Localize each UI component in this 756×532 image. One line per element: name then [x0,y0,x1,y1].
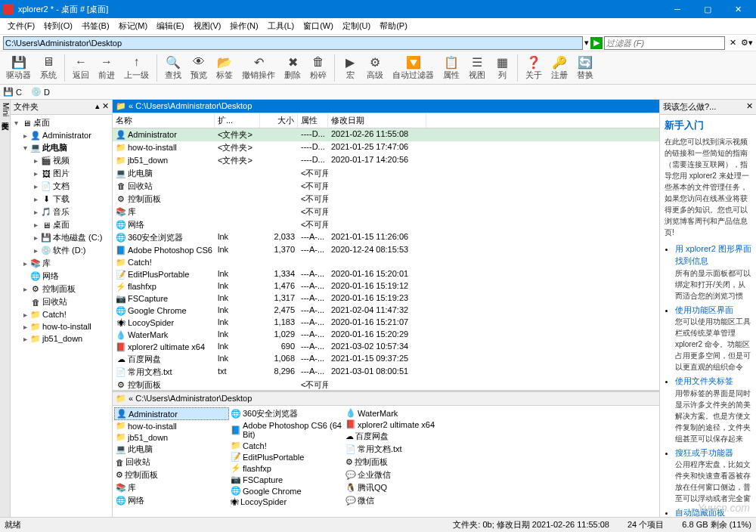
tree-node[interactable]: ▸⚙控制面板 [11,283,112,295]
side-tab[interactable]: Mini图文件夹 [0,100,11,517]
tree-node[interactable]: ▾💻此电脑 [11,141,112,154]
toolbar-button[interactable]: 🔍查找 [162,53,184,82]
grid-item[interactable]: ⚡flashfxp [229,462,344,474]
help-link[interactable]: 使用文件夹标签 [675,376,733,385]
toolbar-button[interactable]: ↶撤销操作 [239,53,278,82]
toolbar-button[interactable]: 📂标签 [213,53,236,82]
file-row[interactable]: 📕xplorer2 ultimate x64lnk690---A-...2021… [113,341,659,353]
toolbar-button[interactable]: 🔄替换 [574,53,596,82]
tree-node[interactable]: ▸⬇下载 [11,193,112,206]
file-row[interactable]: 📚库<不可用> [113,206,659,218]
menu-item[interactable]: 操作(N) [225,19,262,33]
go-button[interactable]: ▶ [590,37,603,49]
menu-item[interactable]: 工具(L) [263,19,299,33]
toolbar-button[interactable]: →前进 [95,53,118,82]
tree-close-icon[interactable]: ▴ ✕ [95,101,109,113]
grid-item[interactable]: 💬企业微信 [344,469,459,481]
expand-icon[interactable]: ▸ [32,246,39,255]
grid-item[interactable]: ⚙控制面板 [344,456,459,469]
maximize-button[interactable]: ▢ [692,0,723,18]
help-item[interactable]: 使用功能区界面您可以使用功能区工具栏或传统菜单管理 xplorer2 命令。功能… [675,304,751,373]
expand-icon[interactable]: ▾ [21,144,29,152]
toolbar-button[interactable]: 🔑注册 [548,53,571,82]
upper-pane-header[interactable]: 📁 « C:\Users\Administrator\Desktop [113,100,659,113]
expand-icon[interactable]: ▸ [21,335,29,343]
grid-item[interactable]: 💧WaterMark [344,407,459,419]
expand-icon[interactable]: ▸ [21,323,29,331]
close-button[interactable]: ✕ [723,0,753,18]
toolbar-button[interactable]: ❓关于 [522,53,545,82]
grid-item[interactable]: 📁jb51_down [114,431,229,443]
file-row[interactable]: 💧WaterMarklnk1,029---A-...2020-01-16 15:… [113,329,659,341]
tree-node[interactable]: ▸🎬视频 [11,154,112,167]
toolbar-button[interactable]: ⚙高级 [364,53,386,82]
grid-item[interactable]: ⚙控制面板 [114,469,229,481]
file-row[interactable]: ⚙控制面板<不可用> [113,193,659,206]
toolbar-button[interactable]: ▦列 [491,53,513,82]
expand-icon[interactable]: ▸ [32,208,39,216]
tree-node[interactable]: ▸📄文档 [11,180,112,193]
file-row[interactable]: 📁jb51_down<文件夹>----D...2020-01-17 14:20:… [113,154,659,167]
path-dropdown-icon[interactable]: ▾ [584,38,589,48]
menu-item[interactable]: 帮助(P) [375,19,412,33]
file-row[interactable]: 💻此电脑<不可用> [113,167,659,180]
grid-item[interactable]: 💻此电脑 [114,443,229,456]
expand-icon[interactable]: ▾ [12,119,20,127]
grid-item[interactable]: 🌐360安全浏览器 [229,407,344,420]
tree-node[interactable]: ▸📁jb51_down [11,332,112,345]
toolbar-button[interactable]: 🗑粉碎 [307,53,330,82]
file-row[interactable]: 🗑回收站<不可用> [113,180,659,193]
grid-item[interactable]: 🌐Google Chrome [229,485,344,496]
grid-item[interactable]: 📷FSCapture [229,474,344,485]
toolbar-button[interactable]: ←返回 [70,53,92,82]
grid-item[interactable]: 👤Administrator [114,407,229,420]
expand-icon[interactable]: ▸ [32,156,39,165]
tree-node[interactable]: ▸👤Administrator [11,129,112,141]
toolbar-button[interactable]: ↑上一级 [121,53,152,82]
tree-node[interactable]: ▸💿软件 (D:) [11,244,112,257]
expand-icon[interactable]: ▸ [21,311,29,319]
file-row[interactable]: 📁how-to-install<文件夹>----D...2021-01-25 1… [113,141,659,154]
grid-item[interactable]: 📁how-to-install [114,420,229,431]
grid-item[interactable]: 🗑回收站 [114,456,229,469]
filter-options-icon[interactable]: ⚙▾ [741,38,753,48]
drive-item[interactable]: 💾 C [3,87,22,97]
expand-icon[interactable]: ▸ [32,195,39,203]
file-row[interactable]: ⚙控制面板<不可用> [113,379,659,391]
tree-node[interactable]: ▸💾本地磁盘 (C:) [11,231,112,244]
filter-clear-button[interactable]: ✕ [727,38,739,48]
toolbar-button[interactable]: ▶宏 [339,53,361,82]
file-row[interactable]: 🕷LocoySpiderlnk1,183---A-...2020-01-16 1… [113,317,659,329]
grid-item[interactable]: ☁百度网盘 [344,430,459,443]
file-row[interactable]: 📁Catch! [113,256,659,268]
file-list[interactable]: 名称 扩... 大小 属性 修改日期 👤Administrator<文件夹>--… [113,113,659,392]
col-attr[interactable]: 属性 [298,113,328,128]
expand-icon[interactable]: ▸ [21,285,29,293]
toolbar-button[interactable]: ☰视图 [466,53,488,82]
menu-item[interactable]: 编辑(E) [152,19,189,33]
help-item[interactable]: 搜狂或手功能器公用程序宏盘，比如文件夹和快速查看器被存放在任何窗口侧边，普至可以… [675,447,751,505]
tree-node[interactable]: ▸🖥桌面 [11,218,112,231]
col-date[interactable]: 修改日期 [328,113,426,128]
tree-body[interactable]: ▾🖥桌面▸👤Administrator▾💻此电脑▸🎬视频▸🖼图片▸📄文档▸⬇下载… [11,115,112,517]
toolbar-button[interactable]: 📋属性 [440,53,463,82]
minimize-button[interactable]: ─ [662,0,692,18]
menu-item[interactable]: 定制(U) [338,19,375,33]
help-link[interactable]: 用 xplorer2 图形界面 找到信息 [675,244,751,266]
menu-item[interactable]: 文件(F) [3,19,39,33]
col-name[interactable]: 名称 [113,113,215,128]
menu-item[interactable]: 窗口(W) [299,19,338,33]
help-link[interactable]: 搜狂或手功能器 [675,448,733,457]
drive-item[interactable]: 💿 D [31,87,50,97]
grid-item[interactable]: 📄常用文档.txt [344,443,459,456]
file-row[interactable]: 👤Administrator<文件夹>----D...2021-02-26 11… [113,128,659,141]
lower-grid[interactable]: 👤Administrator📁how-to-install📁jb51_down💻… [113,406,659,517]
grid-item[interactable]: 📘Adobe Photoshop CS6 (64 Bit) [229,420,344,440]
menu-item[interactable]: 书签(B) [77,19,114,33]
grid-item[interactable]: 📚库 [114,481,229,494]
expand-icon[interactable]: ▸ [32,169,39,178]
file-row[interactable]: ⚡flashfxplnk1,476---A-...2020-01-16 15:1… [113,280,659,292]
tree-node[interactable]: ▸📁Catch! [11,308,112,320]
expand-icon[interactable]: ▸ [32,182,39,190]
tree-node[interactable]: 🗑回收站 [11,295,112,308]
